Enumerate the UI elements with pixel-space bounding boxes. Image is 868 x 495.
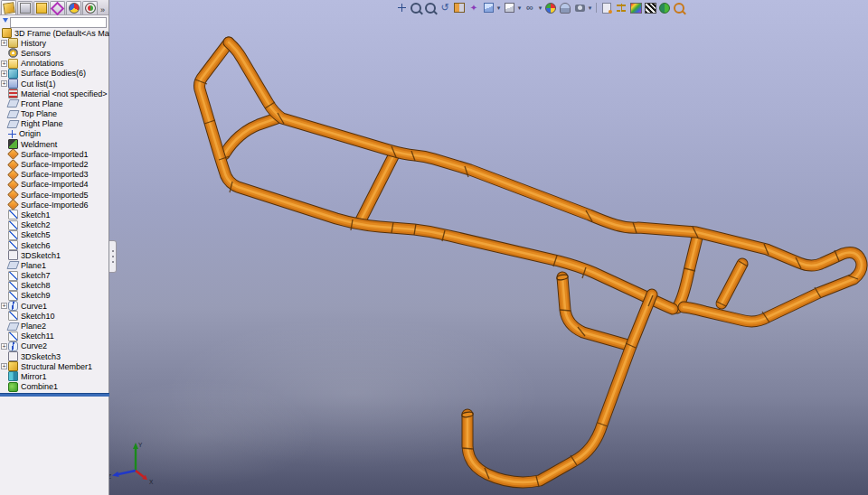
tree-item-sketch9[interactable]: Sketch9 bbox=[0, 291, 109, 301]
curve-icon bbox=[8, 341, 18, 351]
tree-item-sketch11[interactable]: Sketch11 bbox=[0, 332, 109, 341]
tree-item-cut-list-1[interactable]: +Cut list(1) bbox=[0, 79, 109, 89]
expand-icon[interactable]: + bbox=[1, 61, 7, 67]
tab-dimxpertmanager[interactable] bbox=[50, 1, 65, 14]
zoom-to-area-button[interactable] bbox=[409, 2, 423, 14]
tree-item-surface-imported2[interactable]: Surface-Imported2 bbox=[0, 159, 109, 169]
realview-graphics-button[interactable] bbox=[657, 2, 672, 14]
tree-item-surface-imported6[interactable]: Surface-Imported6 bbox=[0, 200, 109, 210]
tab-configurationmanager[interactable] bbox=[33, 1, 49, 14]
previous-view-button[interactable]: ↺ bbox=[438, 2, 452, 14]
view-settings-button[interactable] bbox=[572, 2, 587, 14]
tree-item-sketch5[interactable]: Sketch5 bbox=[0, 230, 109, 240]
tree-item-weldment[interactable]: Weldment bbox=[0, 139, 109, 149]
display-style-dropdown-arrow[interactable]: ▾ bbox=[516, 5, 523, 12]
tree-item-combine1[interactable]: Combine1 bbox=[0, 382, 109, 392]
tree-item-label: 3DSketch1 bbox=[21, 251, 61, 260]
tree-item-plane1[interactable]: Plane1 bbox=[0, 260, 109, 270]
view-settings-icon bbox=[575, 5, 585, 12]
view-settings-dropdown-arrow[interactable]: ▾ bbox=[587, 5, 593, 12]
expand-icon[interactable]: + bbox=[1, 70, 7, 77]
tab-displaymanager[interactable] bbox=[66, 1, 81, 14]
tree-item-right-plane[interactable]: Right Plane bbox=[0, 119, 109, 129]
plane-icon bbox=[6, 322, 19, 331]
tree-item-front-plane[interactable]: Front Plane bbox=[0, 98, 109, 108]
tube-front-diagonal-brace[interactable] bbox=[224, 118, 277, 154]
magnified-selection-button[interactable] bbox=[599, 2, 614, 14]
tree-item-plane2[interactable]: Plane2 bbox=[0, 321, 109, 331]
view-orientation-button[interactable] bbox=[481, 2, 495, 14]
tab-propertymanager[interactable] bbox=[17, 1, 33, 14]
tree-item-label: Sketch6 bbox=[21, 241, 51, 250]
expand-icon[interactable]: + bbox=[1, 80, 7, 87]
hide-show-items-dropdown-arrow[interactable]: ▾ bbox=[537, 5, 543, 12]
zoom-in-out-button[interactable] bbox=[423, 2, 438, 14]
tree-item-curve2[interactable]: +Curve2 bbox=[0, 341, 109, 351]
tube-front-hoop-and-lower-rail[interactable] bbox=[200, 42, 674, 309]
expand-icon[interactable]: + bbox=[1, 40, 7, 46]
panel-splitter-handle[interactable] bbox=[109, 240, 117, 273]
view-orientation-dropdown-arrow[interactable]: ▾ bbox=[495, 5, 502, 12]
edit-appearance-button[interactable] bbox=[543, 2, 558, 14]
zoom-to-fit-button[interactable] bbox=[394, 2, 409, 14]
tree-item-curve1[interactable]: +Curve1 bbox=[0, 301, 109, 311]
tree-item-surface-imported1[interactable]: Surface-Imported1 bbox=[0, 149, 109, 159]
tree-item-sketch7[interactable]: Sketch7 bbox=[0, 271, 109, 281]
measure-button[interactable] bbox=[614, 2, 628, 14]
tree-item-label: History bbox=[21, 39, 46, 48]
plane-icon bbox=[6, 261, 19, 269]
zoom-in-out-icon bbox=[425, 3, 436, 14]
plane-icon bbox=[6, 99, 19, 107]
tree-item-surface-imported5[interactable]: Surface-Imported5 bbox=[0, 190, 109, 200]
tree-item-material-not-specified[interactable]: Material <not specified> bbox=[0, 89, 109, 98]
tree-item-sensors[interactable]: Sensors bbox=[0, 48, 109, 58]
zebra-stripes-button[interactable] bbox=[643, 2, 657, 14]
tree-item-label: Surface-Imported3 bbox=[21, 170, 89, 179]
expand-icon[interactable]: + bbox=[1, 303, 7, 309]
triad-axis-label: Y bbox=[138, 442, 143, 448]
section-view-button[interactable] bbox=[452, 2, 467, 14]
dynamic-annotation-views-button[interactable]: ✦ bbox=[467, 2, 481, 14]
tree-item-3dsketch1[interactable]: 3DSketch1 bbox=[0, 250, 109, 260]
tree-item-3dsketch3[interactable]: 3DSketch3 bbox=[0, 351, 109, 361]
rollback-bar[interactable] bbox=[0, 393, 109, 397]
tree-item-label: Sketch5 bbox=[21, 230, 51, 239]
tube-hook-tube[interactable] bbox=[467, 294, 652, 482]
tab-overflow-chevron[interactable]: » bbox=[100, 5, 105, 14]
tree-item-surface-bodies-6[interactable]: +Surface Bodies(6) bbox=[0, 69, 109, 79]
zebra-stripes-icon bbox=[645, 3, 656, 14]
tab-cam-manager[interactable] bbox=[82, 1, 98, 14]
magnifier-button[interactable] bbox=[672, 2, 686, 14]
view-orientation-icon bbox=[484, 3, 494, 13]
tree-item-sketch1[interactable]: Sketch1 bbox=[0, 210, 109, 219]
tube-rear-inner-brace[interactable] bbox=[722, 264, 742, 304]
tree-item-label: Sketch2 bbox=[21, 220, 51, 229]
appearance-swatch-button[interactable] bbox=[628, 2, 643, 14]
tree-item-sketch6[interactable]: Sketch6 bbox=[0, 240, 109, 250]
tab-featuremanager-design-tree[interactable] bbox=[1, 0, 16, 14]
tube-mid-cross-brace[interactable] bbox=[360, 153, 395, 222]
display-style-button[interactable] bbox=[502, 2, 516, 14]
sk-icon bbox=[8, 311, 18, 321]
tube-upper-rail-and-rear-loop[interactable] bbox=[229, 42, 862, 322]
tree-item-label: Structural Member1 bbox=[21, 362, 92, 371]
zoom-to-area-icon bbox=[410, 3, 421, 14]
apply-scene-button[interactable] bbox=[558, 2, 572, 14]
tree-item-top-plane[interactable]: Top Plane bbox=[0, 109, 109, 119]
expand-icon[interactable]: + bbox=[1, 343, 7, 350]
tree-item-surface-imported3[interactable]: Surface-Imported3 bbox=[0, 170, 109, 180]
frame-model[interactable]: YZX bbox=[0, 0, 868, 495]
tree-item-sketch10[interactable]: Sketch10 bbox=[0, 311, 109, 321]
hide-show-items-button[interactable]: ∞ bbox=[523, 2, 537, 14]
expand-icon[interactable]: + bbox=[1, 363, 7, 369]
tree-item-origin[interactable]: Origin bbox=[0, 129, 109, 139]
tree-item-sketch8[interactable]: Sketch8 bbox=[0, 281, 109, 291]
tree-filter-input[interactable] bbox=[10, 17, 107, 28]
tree-item-mirror1[interactable]: Mirror1 bbox=[0, 371, 109, 381]
tree-item-structural-member1[interactable]: +Structural Member1 bbox=[0, 361, 109, 371]
tree-item-3d-frame-default-as-machined[interactable]: 3D Frame (Default<As Machined> bbox=[0, 28, 109, 38]
tree-item-sketch2[interactable]: Sketch2 bbox=[0, 220, 109, 230]
tree-item-annotations[interactable]: +Annotations bbox=[0, 59, 109, 69]
tree-item-surface-imported4[interactable]: Surface-Imported4 bbox=[0, 180, 109, 190]
tree-item-history[interactable]: +History bbox=[0, 38, 109, 48]
